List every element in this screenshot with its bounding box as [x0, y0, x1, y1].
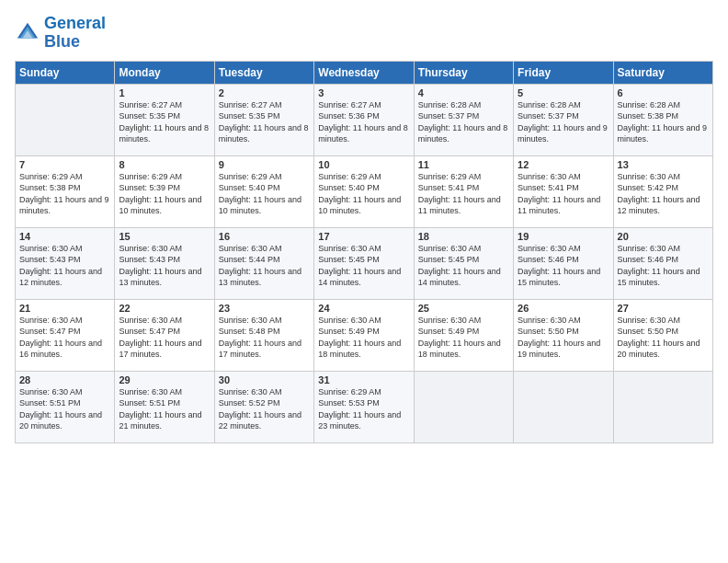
cell-info: Sunrise: 6:28 AMSunset: 5:37 PMDaylight:…: [518, 99, 609, 145]
cell-info: Sunrise: 6:30 AMSunset: 5:51 PMDaylight:…: [119, 386, 210, 432]
calendar-cell: 4Sunrise: 6:28 AMSunset: 5:37 PMDaylight…: [414, 84, 513, 155]
calendar-cell: 17Sunrise: 6:30 AMSunset: 5:45 PMDayligh…: [314, 227, 414, 299]
calendar-cell: 31Sunrise: 6:29 AMSunset: 5:53 PMDayligh…: [314, 371, 414, 442]
calendar-cell: 5Sunrise: 6:28 AMSunset: 5:37 PMDaylight…: [514, 84, 613, 155]
cell-info: Sunrise: 6:29 AMSunset: 5:40 PMDaylight:…: [219, 171, 310, 217]
cell-info: Sunrise: 6:30 AMSunset: 5:50 PMDaylight:…: [618, 315, 709, 361]
day-number: 21: [19, 303, 110, 314]
day-number: 20: [618, 231, 709, 242]
cell-info: Sunrise: 6:30 AMSunset: 5:50 PMDaylight:…: [518, 315, 609, 361]
day-number: 15: [119, 231, 210, 242]
cell-info: Sunrise: 6:27 AMSunset: 5:35 PMDaylight:…: [219, 99, 310, 145]
day-number: 24: [318, 303, 409, 314]
day-number: 23: [219, 303, 310, 314]
cell-info: Sunrise: 6:27 AMSunset: 5:36 PMDaylight:…: [318, 99, 409, 145]
col-header-thursday: Thursday: [414, 61, 513, 84]
calendar-cell: 11Sunrise: 6:29 AMSunset: 5:41 PMDayligh…: [414, 155, 513, 227]
day-number: 6: [618, 87, 709, 98]
calendar-cell: [414, 371, 513, 442]
cell-info: Sunrise: 6:30 AMSunset: 5:44 PMDaylight:…: [219, 243, 310, 289]
cell-info: Sunrise: 6:29 AMSunset: 5:38 PMDaylight:…: [19, 171, 110, 217]
cell-info: Sunrise: 6:29 AMSunset: 5:41 PMDaylight:…: [418, 171, 509, 217]
calendar-cell: 25Sunrise: 6:30 AMSunset: 5:49 PMDayligh…: [414, 299, 513, 371]
calendar-cell: 3Sunrise: 6:27 AMSunset: 5:36 PMDaylight…: [314, 84, 414, 155]
cell-info: Sunrise: 6:30 AMSunset: 5:47 PMDaylight:…: [119, 315, 210, 361]
page-header: General Blue: [15, 15, 713, 52]
calendar-cell: 16Sunrise: 6:30 AMSunset: 5:44 PMDayligh…: [214, 227, 313, 299]
calendar-cell: 15Sunrise: 6:30 AMSunset: 5:43 PMDayligh…: [115, 227, 214, 299]
calendar-cell: 22Sunrise: 6:30 AMSunset: 5:47 PMDayligh…: [115, 299, 214, 371]
cell-info: Sunrise: 6:30 AMSunset: 5:42 PMDaylight:…: [618, 171, 709, 217]
day-number: 30: [219, 374, 310, 385]
week-row-2: 7Sunrise: 6:29 AMSunset: 5:38 PMDaylight…: [16, 155, 713, 227]
logo-icon: [15, 20, 40, 46]
cell-info: Sunrise: 6:30 AMSunset: 5:46 PMDaylight:…: [518, 243, 609, 289]
col-header-sunday: Sunday: [16, 61, 115, 84]
cell-info: Sunrise: 6:29 AMSunset: 5:40 PMDaylight:…: [318, 171, 409, 217]
calendar-cell: [613, 371, 712, 442]
cell-info: Sunrise: 6:30 AMSunset: 5:41 PMDaylight:…: [518, 171, 609, 217]
calendar-header-row: SundayMondayTuesdayWednesdayThursdayFrid…: [16, 61, 713, 84]
logo-text: General Blue: [44, 15, 106, 52]
cell-info: Sunrise: 6:30 AMSunset: 5:46 PMDaylight:…: [618, 243, 709, 289]
cell-info: Sunrise: 6:29 AMSunset: 5:39 PMDaylight:…: [119, 171, 210, 217]
day-number: 18: [418, 231, 509, 242]
cell-info: Sunrise: 6:30 AMSunset: 5:51 PMDaylight:…: [19, 386, 110, 432]
day-number: 14: [19, 231, 110, 242]
cell-info: Sunrise: 6:30 AMSunset: 5:45 PMDaylight:…: [318, 243, 409, 289]
day-number: 27: [618, 303, 709, 314]
week-row-3: 14Sunrise: 6:30 AMSunset: 5:43 PMDayligh…: [16, 227, 713, 299]
day-number: 2: [219, 87, 310, 98]
calendar-cell: 6Sunrise: 6:28 AMSunset: 5:38 PMDaylight…: [613, 84, 712, 155]
calendar-cell: 12Sunrise: 6:30 AMSunset: 5:41 PMDayligh…: [514, 155, 613, 227]
cell-info: Sunrise: 6:28 AMSunset: 5:38 PMDaylight:…: [618, 99, 709, 145]
day-number: 5: [518, 87, 609, 98]
cell-info: Sunrise: 6:28 AMSunset: 5:37 PMDaylight:…: [418, 99, 509, 145]
day-number: 7: [19, 159, 110, 170]
day-number: 9: [219, 159, 310, 170]
cell-info: Sunrise: 6:30 AMSunset: 5:49 PMDaylight:…: [318, 315, 409, 361]
day-number: 29: [119, 374, 210, 385]
day-number: 28: [19, 374, 110, 385]
calendar-cell: 8Sunrise: 6:29 AMSunset: 5:39 PMDaylight…: [115, 155, 214, 227]
col-header-monday: Monday: [115, 61, 214, 84]
calendar-cell: 26Sunrise: 6:30 AMSunset: 5:50 PMDayligh…: [514, 299, 613, 371]
calendar-cell: 7Sunrise: 6:29 AMSunset: 5:38 PMDaylight…: [16, 155, 115, 227]
cell-info: Sunrise: 6:30 AMSunset: 5:52 PMDaylight:…: [219, 386, 310, 432]
day-number: 22: [119, 303, 210, 314]
cell-info: Sunrise: 6:30 AMSunset: 5:49 PMDaylight:…: [418, 315, 509, 361]
cell-info: Sunrise: 6:30 AMSunset: 5:47 PMDaylight:…: [19, 315, 110, 361]
day-number: 4: [418, 87, 509, 98]
calendar-cell: [16, 84, 115, 155]
col-header-tuesday: Tuesday: [214, 61, 313, 84]
calendar-cell: 18Sunrise: 6:30 AMSunset: 5:45 PMDayligh…: [414, 227, 513, 299]
day-number: 31: [318, 374, 409, 385]
day-number: 25: [418, 303, 509, 314]
cell-info: Sunrise: 6:30 AMSunset: 5:43 PMDaylight:…: [19, 243, 110, 289]
calendar-cell: 19Sunrise: 6:30 AMSunset: 5:46 PMDayligh…: [514, 227, 613, 299]
week-row-4: 21Sunrise: 6:30 AMSunset: 5:47 PMDayligh…: [16, 299, 713, 371]
day-number: 12: [518, 159, 609, 170]
day-number: 16: [219, 231, 310, 242]
calendar-cell: 9Sunrise: 6:29 AMSunset: 5:40 PMDaylight…: [214, 155, 313, 227]
week-row-5: 28Sunrise: 6:30 AMSunset: 5:51 PMDayligh…: [16, 371, 713, 442]
col-header-saturday: Saturday: [613, 61, 712, 84]
calendar-cell: 29Sunrise: 6:30 AMSunset: 5:51 PMDayligh…: [115, 371, 214, 442]
calendar-cell: 1Sunrise: 6:27 AMSunset: 5:35 PMDaylight…: [115, 84, 214, 155]
calendar-cell: 21Sunrise: 6:30 AMSunset: 5:47 PMDayligh…: [16, 299, 115, 371]
calendar-cell: 27Sunrise: 6:30 AMSunset: 5:50 PMDayligh…: [613, 299, 712, 371]
logo: General Blue: [15, 15, 106, 52]
day-number: 1: [119, 87, 210, 98]
cell-info: Sunrise: 6:30 AMSunset: 5:43 PMDaylight:…: [119, 243, 210, 289]
col-header-wednesday: Wednesday: [314, 61, 414, 84]
cell-info: Sunrise: 6:29 AMSunset: 5:53 PMDaylight:…: [318, 386, 409, 432]
week-row-1: 1Sunrise: 6:27 AMSunset: 5:35 PMDaylight…: [16, 84, 713, 155]
calendar-cell: 2Sunrise: 6:27 AMSunset: 5:35 PMDaylight…: [214, 84, 313, 155]
calendar-cell: 10Sunrise: 6:29 AMSunset: 5:40 PMDayligh…: [314, 155, 414, 227]
calendar-cell: 13Sunrise: 6:30 AMSunset: 5:42 PMDayligh…: [613, 155, 712, 227]
calendar-cell: 28Sunrise: 6:30 AMSunset: 5:51 PMDayligh…: [16, 371, 115, 442]
day-number: 3: [318, 87, 409, 98]
cell-info: Sunrise: 6:27 AMSunset: 5:35 PMDaylight:…: [119, 99, 210, 145]
col-header-friday: Friday: [514, 61, 613, 84]
day-number: 17: [318, 231, 409, 242]
